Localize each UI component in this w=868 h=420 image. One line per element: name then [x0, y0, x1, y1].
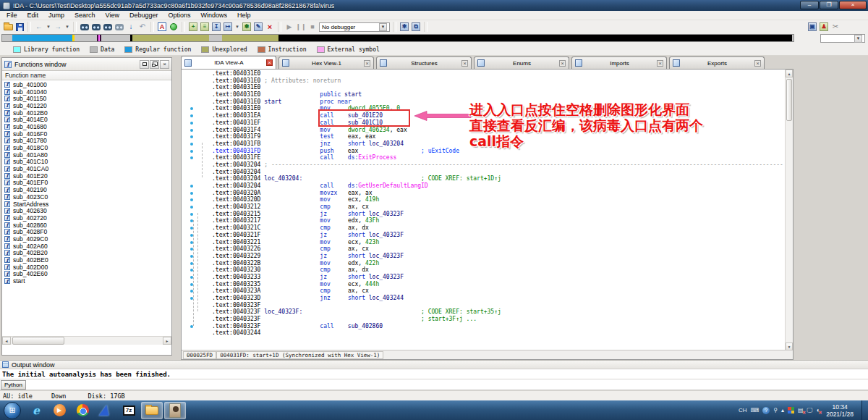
menu-item-view[interactable]: View: [101, 12, 124, 19]
volume-muted-icon[interactable]: ◖: [816, 407, 820, 413]
output-window-titlebar[interactable]: Output window: [0, 360, 868, 369]
menu-item-help[interactable]: Help: [232, 12, 256, 19]
disassembly-line[interactable]: .text:0040323F call sub_402860: [182, 323, 785, 330]
disassembly-line[interactable]: .text:00403217 mov edx, 43Fh: [182, 217, 785, 224]
function-list-item[interactable]: fsub_402720: [2, 214, 171, 222]
debugger-stop-icon[interactable]: ■: [307, 22, 318, 32]
disassembly-line[interactable]: .text:00403235 mov ecx, 444h: [182, 281, 785, 288]
disassembly-line[interactable]: .text:00403204 ; -----------------------…: [182, 161, 785, 169]
tab-exports[interactable]: Exports×: [669, 56, 765, 69]
function-list-item[interactable]: fsub_402BE0: [2, 256, 171, 264]
function-list-item[interactable]: fsub_401EF0: [2, 180, 171, 187]
tab-hex-view-1[interactable]: Hex View-1×: [278, 56, 374, 69]
menu-item-windows[interactable]: Windows: [196, 12, 233, 19]
disassembly-line[interactable]: .text:0040322B mov edx, 422h: [182, 260, 785, 267]
network-status-icon[interactable]: ▤: [798, 407, 804, 413]
disassembly-line[interactable]: .text:004031E0: [182, 70, 785, 77]
function-list-item[interactable]: fsub_401E20: [2, 172, 171, 180]
function-name-column-header[interactable]: Function name: [2, 71, 171, 80]
help-icon[interactable]: ?: [762, 407, 770, 414]
disassembly-line[interactable]: .text:004031E0 ; Attributes: noreturn: [182, 77, 785, 85]
tab-close-icon[interactable]: ×: [461, 60, 468, 67]
scrollbar-thumb[interactable]: [786, 79, 792, 121]
scroll-up-icon[interactable]: ▲: [786, 70, 793, 77]
keyboard-icon[interactable]: ⌨: [751, 407, 760, 413]
display-icon[interactable]: 🖵: [807, 407, 813, 414]
usb-icon[interactable]: ⚲: [773, 407, 778, 413]
disassembly-line[interactable]: .text:00403204: [182, 169, 785, 176]
maximize-button[interactable]: ❐: [820, 1, 838, 9]
function-list-item[interactable]: fsub_401CA0: [2, 165, 171, 172]
step-into-icon[interactable]: ↧: [211, 22, 221, 32]
debugger-select[interactable]: No debugger ▼: [319, 22, 390, 32]
function-list-item[interactable]: fsub_4029C0: [2, 235, 171, 243]
scissors-icon[interactable]: ✂: [830, 22, 841, 32]
media-player-icon[interactable]: ▶: [48, 402, 70, 419]
tab-enums[interactable]: Enums×: [474, 56, 569, 69]
breakpoint-list-icon[interactable]: ≡: [200, 22, 210, 32]
menu-item-jump[interactable]: Jump: [43, 12, 69, 19]
attach-options-icon[interactable]: ✱: [399, 22, 409, 32]
function-list-item[interactable]: fsub_402860: [2, 222, 171, 229]
function-list-item[interactable]: fsub_4023C0: [2, 193, 171, 201]
explorer-icon[interactable]: [141, 402, 163, 419]
vm-tools-icon[interactable]: [788, 407, 794, 413]
disassembly-line[interactable]: .text:00403215 jz short loc_40323F: [182, 211, 785, 218]
disassembly-line[interactable]: .text:00403204 loc_403204: ; CODE XREF: …: [182, 175, 785, 182]
function-list-item[interactable]: fsub_401A80: [2, 151, 171, 159]
navigation-band[interactable]: [1, 34, 794, 42]
function-list-item[interactable]: fsub_401C10: [2, 159, 171, 166]
step-over-icon[interactable]: ↦: [223, 22, 233, 32]
function-list-item[interactable]: fsub_401780: [2, 138, 171, 145]
scroll-left-icon[interactable]: ◄: [2, 337, 11, 345]
disassembly-line[interactable]: .text:00403212 cmp ax, cx: [182, 203, 785, 211]
output-log[interactable]: The initial autoanalysis has been finish…: [0, 369, 868, 379]
function-list-item[interactable]: fsub_402D00: [2, 264, 171, 271]
navigate-forward-icon[interactable]: →: [53, 22, 63, 32]
function-list-item[interactable]: fsub_401220: [2, 102, 171, 109]
panel-float-icon[interactable]: [150, 60, 159, 69]
disassembly-line[interactable]: .text:0040320A movzx eax, ax: [182, 190, 785, 197]
chrome-icon[interactable]: [72, 402, 93, 419]
function-list-item[interactable]: fsub_401680: [2, 123, 171, 130]
function-list-item[interactable]: fsub_402A60: [2, 243, 171, 250]
text-view-icon[interactable]: A: [157, 22, 167, 32]
toggle-window-icon[interactable]: ⧉: [411, 22, 421, 32]
function-list-item[interactable]: fsub_4016F0: [2, 130, 171, 138]
tab-ida-view-a[interactable]: IDA View-A×: [181, 56, 276, 69]
scroll-right-icon[interactable]: ►: [163, 337, 171, 345]
step-dropdown-icon[interactable]: ▼: [234, 22, 240, 32]
disassembly-line[interactable]: .text:0040323F: [182, 302, 785, 309]
internet-explorer-icon[interactable]: e: [25, 402, 47, 419]
disassembly-line[interactable]: .text:00403226 cmp ax, cx: [182, 245, 785, 253]
disassembly-line[interactable]: .text:0040323F loc_40323F: ; CODE XREF: …: [182, 308, 785, 316]
navband-select[interactable]: ▼: [820, 34, 865, 43]
disassembly-line[interactable]: .text:0040323A cmp ax, cx: [182, 287, 785, 295]
forward-dropdown-icon[interactable]: ▼: [64, 22, 70, 32]
new-instance-icon[interactable]: ♟: [819, 22, 829, 32]
menu-item-search[interactable]: Search: [69, 12, 101, 19]
python-button[interactable]: Python: [1, 380, 26, 390]
wireshark-icon[interactable]: [95, 402, 116, 419]
tab-structures[interactable]: Structures×: [376, 56, 472, 69]
panel-close-icon[interactable]: ×: [160, 60, 169, 69]
panel-maximize-icon[interactable]: [140, 60, 149, 69]
disassembly-line[interactable]: .text:004031E0 public start: [182, 91, 785, 98]
add-breakpoint-icon[interactable]: +: [188, 22, 198, 32]
menu-item-debugger[interactable]: Debugger: [124, 12, 163, 19]
scrollbar-thumb[interactable]: [12, 337, 64, 345]
disassembly-line[interactable]: .text:00403204 call ds:GetUserDefaultLan…: [182, 182, 785, 190]
chevron-down-icon[interactable]: ▼: [854, 35, 862, 43]
disassembly-line[interactable]: .text:00403230 cmp ax, dx: [182, 266, 785, 274]
tab-close-icon[interactable]: ×: [559, 60, 566, 67]
disassembly-line[interactable]: .text:0040320D mov ecx, 419h: [182, 196, 785, 203]
functions-horizontal-scrollbar[interactable]: ◄ ►: [2, 336, 171, 345]
disassembly-line[interactable]: .text:0040323F ; start+3F↑j ...: [182, 316, 785, 323]
function-list-item[interactable]: fsub_401000: [2, 81, 171, 88]
function-list-item[interactable]: fsub_4014E0: [2, 116, 171, 123]
analysis-indicator-icon[interactable]: [169, 22, 179, 32]
windows-list-icon[interactable]: ▣: [807, 22, 817, 32]
disassembly-line[interactable]: .text:00403229 jz short loc_40323F: [182, 253, 785, 260]
disassembly-line[interactable]: .text:004031FE call ds:ExitProcess: [182, 154, 785, 161]
start-button[interactable]: ⊞: [4, 402, 21, 419]
